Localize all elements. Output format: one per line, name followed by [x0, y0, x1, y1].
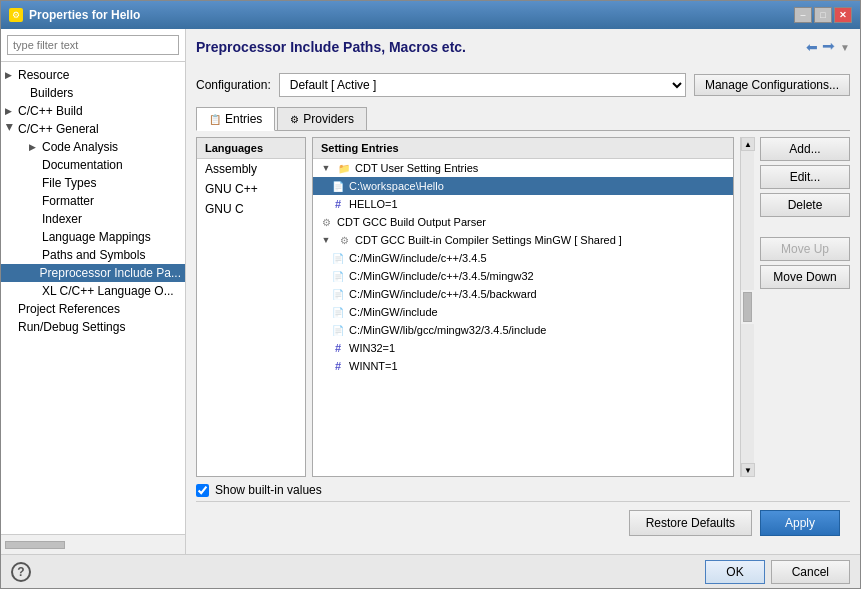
sidebar-item-documentation[interactable]: Documentation: [1, 156, 185, 174]
sidebar-item-formatter[interactable]: Formatter: [1, 192, 185, 210]
gear-icon: ⚙: [319, 215, 333, 229]
main-content: ▶ Resource Builders ▶ C/C++ Build ▶ C/C+…: [1, 29, 860, 554]
title-bar: ⚙ Properties for Hello – □ ✕: [1, 1, 860, 29]
entry-label: C:/MinGW/lib/gcc/mingw32/3.4.5/include: [349, 324, 546, 336]
tab-entries[interactable]: 📋 Entries: [196, 107, 275, 131]
gear-icon: ⚙: [337, 233, 351, 247]
sidebar-label: Preprocessor Include Pa...: [40, 266, 181, 280]
move-down-button[interactable]: Move Down: [760, 265, 850, 289]
help-icon[interactable]: ?: [11, 562, 31, 582]
config-row: Configuration: Default [ Active ] Manage…: [196, 73, 850, 97]
sidebar-item-code-analysis[interactable]: ▶ Code Analysis: [1, 138, 185, 156]
sidebar-item-cc-build[interactable]: ▶ C/C++ Build: [1, 102, 185, 120]
entry-mingw-2[interactable]: 📄 C:/MinGW/include/c++/3.4.5/mingw32: [313, 267, 733, 285]
entry-label: C:\workspace\Hello: [349, 180, 444, 192]
entry-cdt-gcc-output[interactable]: ⚙ CDT GCC Build Output Parser: [313, 213, 733, 231]
sidebar-label: Resource: [18, 68, 69, 82]
entry-label: WINNT=1: [349, 360, 398, 372]
entry-label: C:/MinGW/include: [349, 306, 438, 318]
move-up-button[interactable]: Move Up: [760, 237, 850, 261]
entries-content: ▼ 📁 CDT User Setting Entries 📄 C:\worksp…: [313, 159, 733, 476]
sidebar-item-language-mappings[interactable]: Language Mappings: [1, 228, 185, 246]
file-icon: 📄: [331, 323, 345, 337]
entry-label: CDT GCC Built-in Compiler Settings MinGW…: [355, 234, 622, 246]
sidebar-item-paths-symbols[interactable]: Paths and Symbols: [1, 246, 185, 264]
apply-button[interactable]: Apply: [760, 510, 840, 536]
entry-cdt-user[interactable]: ▼ 📁 CDT User Setting Entries: [313, 159, 733, 177]
entries-header: Setting Entries: [313, 138, 733, 159]
entries-tab-icon: 📋: [209, 114, 221, 125]
config-select[interactable]: Default [ Active ]: [279, 73, 686, 97]
nav-dropdown[interactable]: ▼: [840, 42, 850, 53]
main-panel: Preprocessor Include Paths, Macros etc. …: [186, 29, 860, 554]
expand-arrow: ▶: [29, 142, 39, 152]
entry-mingw-1[interactable]: 📄 C:/MinGW/include/c++/3.4.5: [313, 249, 733, 267]
forward-icon[interactable]: ⮕: [822, 39, 836, 55]
tab-providers[interactable]: ⚙ Providers: [277, 107, 367, 131]
lang-assembly[interactable]: Assembly: [197, 159, 305, 179]
sidebar-item-preprocessor[interactable]: Preprocessor Include Pa...: [1, 264, 185, 282]
entries-scrollbar[interactable]: ▲ ▼: [740, 137, 754, 477]
cancel-button[interactable]: Cancel: [771, 560, 850, 584]
sidebar-scrollbar[interactable]: [1, 534, 185, 554]
bottom-bar: Restore Defaults Apply: [196, 501, 850, 544]
entry-workspace-hello[interactable]: 📄 C:\workspace\Hello: [313, 177, 733, 195]
expand-arrow: ▶: [5, 70, 15, 80]
lang-gnu-cpp[interactable]: GNU C++: [197, 179, 305, 199]
file-icon: 📄: [331, 179, 345, 193]
sidebar-label: Documentation: [42, 158, 123, 172]
dialog-title: Properties for Hello: [29, 8, 140, 22]
filter-input[interactable]: [7, 35, 179, 55]
close-button[interactable]: ✕: [834, 7, 852, 23]
lang-gnu-c[interactable]: GNU C: [197, 199, 305, 219]
providers-tab-label: Providers: [303, 112, 354, 126]
folder-icon: 📁: [337, 161, 351, 175]
sidebar-item-run-debug[interactable]: Run/Debug Settings: [1, 318, 185, 336]
entries-tab-label: Entries: [225, 112, 262, 126]
entry-winnt[interactable]: # WINNT=1: [313, 357, 733, 375]
sidebar-label: C/C++ Build: [18, 104, 83, 118]
entry-mingw-5[interactable]: 📄 C:/MinGW/lib/gcc/mingw32/3.4.5/include: [313, 321, 733, 339]
entry-win32[interactable]: # WIN32=1: [313, 339, 733, 357]
expand-arrow: ▶: [5, 106, 15, 116]
manage-configurations-button[interactable]: Manage Configurations...: [694, 74, 850, 96]
title-buttons: – □ ✕: [794, 7, 852, 23]
hash-icon: #: [331, 197, 345, 211]
show-builtin-checkbox[interactable]: [196, 484, 209, 497]
restore-defaults-button[interactable]: Restore Defaults: [629, 510, 752, 536]
dialog-icon: ⚙: [9, 8, 23, 22]
edit-button[interactable]: Edit...: [760, 165, 850, 189]
entry-mingw-4[interactable]: 📄 C:/MinGW/include: [313, 303, 733, 321]
delete-button[interactable]: Delete: [760, 193, 850, 217]
entry-label: C:/MinGW/include/c++/3.4.5/backward: [349, 288, 537, 300]
file-icon: 📄: [331, 251, 345, 265]
entry-hello-macro[interactable]: # HELLO=1: [313, 195, 733, 213]
sidebar-item-file-types[interactable]: File Types: [1, 174, 185, 192]
file-icon: 📄: [331, 287, 345, 301]
entry-mingw-3[interactable]: 📄 C:/MinGW/include/c++/3.4.5/backward: [313, 285, 733, 303]
sidebar-label: Language Mappings: [42, 230, 151, 244]
minimize-button[interactable]: –: [794, 7, 812, 23]
back-icon[interactable]: ⬅: [806, 39, 818, 55]
entry-label: CDT GCC Build Output Parser: [337, 216, 486, 228]
sidebar-label: Formatter: [42, 194, 94, 208]
tabs: 📋 Entries ⚙ Providers: [196, 107, 850, 131]
ok-button[interactable]: OK: [705, 560, 764, 584]
scroll-up-arrow[interactable]: ▲: [741, 137, 755, 151]
sidebar-label: Builders: [30, 86, 73, 100]
maximize-button[interactable]: □: [814, 7, 832, 23]
sidebar-item-resource[interactable]: ▶ Resource: [1, 66, 185, 84]
add-button[interactable]: Add...: [760, 137, 850, 161]
sidebar-item-builders[interactable]: Builders: [1, 84, 185, 102]
entry-cdt-gcc-builtin[interactable]: ▼ ⚙ CDT GCC Built-in Compiler Settings M…: [313, 231, 733, 249]
providers-tab-icon: ⚙: [290, 114, 299, 125]
scroll-down-arrow[interactable]: ▼: [741, 463, 755, 477]
sidebar-item-cc-general[interactable]: ▶ C/C++ General: [1, 120, 185, 138]
hash-icon: #: [331, 359, 345, 373]
sidebar-item-indexer[interactable]: Indexer: [1, 210, 185, 228]
page-title: Preprocessor Include Paths, Macros etc.: [196, 39, 466, 55]
entry-label: WIN32=1: [349, 342, 395, 354]
sidebar-item-project-refs[interactable]: Project References: [1, 300, 185, 318]
sidebar-item-xl-cc[interactable]: XL C/C++ Language O...: [1, 282, 185, 300]
sidebar-label: File Types: [42, 176, 96, 190]
